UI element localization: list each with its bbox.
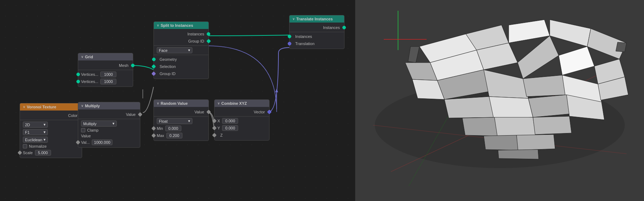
selection-input-socket[interactable]	[151, 64, 156, 69]
svg-marker-33	[533, 116, 572, 134]
feature-field: F1 ▾	[20, 128, 82, 136]
svg-marker-32	[494, 117, 535, 136]
svg-marker-29	[528, 95, 571, 117]
scale-input-socket[interactable]	[17, 151, 22, 155]
rv-min-value[interactable]: 0.000	[165, 126, 181, 131]
ti-translation-input-socket[interactable]	[288, 42, 291, 45]
dimension-field: 2D ▾	[20, 121, 82, 128]
multiply-val-value[interactable]: 1000.000	[92, 139, 112, 145]
vertices-x-input-socket[interactable]	[76, 73, 80, 76]
multiply-op-select[interactable]: Multiply ▾	[81, 121, 117, 127]
y-row: Y 0.000	[215, 124, 269, 132]
voronoi-texture-title: Voronoi Texture	[27, 105, 56, 109]
rv-max-value[interactable]: 0.200	[166, 133, 182, 138]
groupid-input-socket[interactable]	[151, 72, 156, 76]
split-domain-select[interactable]: Face ▾	[157, 47, 192, 53]
multiply-value-label-row: Value	[78, 133, 140, 139]
vector-output-socket[interactable]	[267, 110, 272, 114]
viewport-axes	[355, 0, 644, 201]
normalize-checkbox[interactable]	[23, 144, 27, 148]
translate-instances-node: ∨ Translate Instances Instances Instance…	[289, 15, 344, 49]
y-value[interactable]: 0.000	[222, 125, 238, 131]
y-input-socket[interactable]	[212, 126, 217, 131]
node-editor: ∨ Voronoi Texture Color 2D ▾ F1 ▾	[0, 0, 355, 201]
rv-value-output-socket[interactable]	[206, 110, 211, 114]
ti-instances-output-label: Instances	[322, 25, 341, 30]
multiply-op-row: Multiply ▾	[78, 120, 140, 127]
instances-output-socket[interactable]	[207, 32, 210, 36]
rv-value-output-label: Value	[193, 110, 206, 114]
rv-max-socket[interactable]	[151, 133, 156, 138]
svg-marker-31	[462, 117, 498, 136]
scale-label: Scale	[23, 151, 33, 155]
normalize-label: Normalize	[29, 144, 47, 148]
rv-type-select[interactable]: Float ▾	[157, 118, 192, 124]
instances-output-label: Instances	[186, 32, 206, 36]
multiply-title: Multiply	[85, 104, 100, 108]
ti-translation-input-label: Translation	[292, 41, 316, 46]
vertices-y-input-socket[interactable]	[76, 80, 80, 83]
feature-select[interactable]: F1 ▾	[23, 129, 48, 135]
split-to-instances-title: Split to Instances	[161, 23, 193, 28]
clamp-row: Clamp	[78, 127, 140, 133]
groupid-input-label: Group ID	[157, 72, 177, 76]
random-value-title: Random Value	[161, 101, 188, 106]
combine-xyz-title: Combine XYZ	[221, 101, 247, 106]
random-value-header: ∨ Random Value	[154, 100, 208, 107]
vertices-x-value[interactable]: 1000	[100, 72, 116, 77]
rv-min-socket[interactable]	[151, 126, 156, 131]
groupid-output-label: Group ID	[187, 39, 206, 43]
distance-select[interactable]: Euclidean ▾	[23, 137, 48, 143]
svg-marker-24	[523, 75, 567, 97]
viewport-3d	[355, 0, 644, 201]
distance-field: Euclidean ▾	[20, 136, 82, 143]
scale-row: Scale 5.000	[20, 149, 82, 156]
rv-type-row: Float ▾	[154, 117, 208, 125]
scale-value[interactable]: 5.000	[35, 150, 51, 156]
split-to-instances-header: ∨ Split to Instances	[154, 22, 208, 29]
grid-title: Grid	[85, 55, 93, 59]
normalize-row: Normalize	[20, 143, 82, 149]
rv-max-label: Max	[157, 133, 164, 138]
clamp-checkbox[interactable]	[81, 128, 85, 132]
svg-marker-2	[275, 89, 278, 92]
split-to-instances-node: ∨ Split to Instances Instances Group ID …	[154, 21, 209, 79]
ti-instances-input-socket[interactable]	[288, 35, 291, 38]
multiply-value-output-socket[interactable]	[138, 112, 142, 117]
x-input-socket[interactable]	[212, 119, 217, 123]
grid-header: ∨ Grid	[78, 53, 133, 60]
vertices-y-label: Vertices...	[81, 79, 98, 84]
svg-marker-34	[484, 135, 519, 150]
multiply-value-output-label: Value	[125, 112, 137, 117]
ti-instances-output-socket[interactable]	[342, 26, 346, 29]
svg-marker-27	[444, 97, 494, 118]
geometry-input-socket[interactable]	[152, 58, 156, 61]
combine-xyz-header: ∨ Combine XYZ	[215, 100, 269, 107]
x-row: X 0.000	[215, 117, 269, 124]
svg-marker-28	[489, 97, 533, 119]
dimension-select[interactable]: 2D ▾	[23, 122, 48, 128]
rv-min-row: Min 0.000	[154, 125, 208, 132]
y-label: Y	[217, 126, 220, 130]
random-value-node: ∨ Random Value Value Float ▾ Min 0.000	[154, 99, 209, 141]
z-input-socket[interactable]	[212, 133, 217, 138]
x-value[interactable]: 0.000	[222, 118, 238, 124]
vertices-x-row: Vertices... 1000	[78, 71, 133, 78]
multiply-value-label: Value	[81, 134, 91, 138]
svg-marker-36	[498, 149, 539, 159]
multiply-value-row: Val... 1000.000	[78, 139, 140, 146]
vertices-y-row: Vertices... 1000	[78, 78, 133, 85]
grid-node: ∨ Grid Mesh Vertices... 1000 Vertices...…	[78, 53, 133, 87]
voronoi-texture-header: ∨ Voronoi Texture	[20, 103, 82, 111]
multiply-val-label: Val...	[81, 140, 90, 144]
color-output-label: Color	[67, 113, 79, 118]
z-input-label: Z	[217, 133, 224, 137]
ti-instances-input-label: Instances	[292, 34, 313, 39]
vertices-y-value[interactable]: 1000	[100, 79, 116, 84]
selection-input-label: Selection	[157, 64, 177, 69]
groupid-output-socket[interactable]	[206, 39, 211, 44]
x-label: X	[217, 119, 220, 123]
multiply-node: ∨ Multiply Value Multiply ▾ Clamp Value	[78, 102, 140, 148]
mesh-output-socket[interactable]	[131, 64, 135, 67]
geometry-input-label: Geometry	[157, 57, 178, 62]
